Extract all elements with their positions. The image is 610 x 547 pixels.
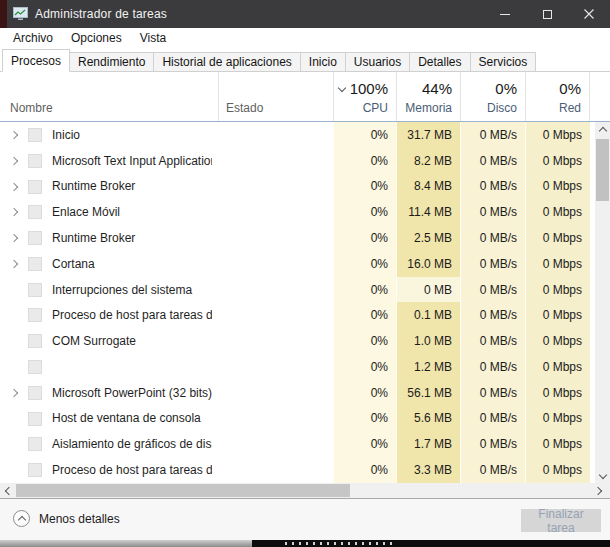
disk-total-usage: 0% xyxy=(495,80,517,97)
process-icon xyxy=(28,128,42,142)
cpu-value: 0% xyxy=(333,431,396,457)
disk-value: 0 MB/s xyxy=(460,354,525,380)
net-value: 0 Mbps xyxy=(525,380,590,406)
chevron-up-circle-icon xyxy=(13,510,30,527)
disk-value: 0 MB/s xyxy=(460,380,525,406)
process-name xyxy=(52,354,212,380)
column-header-estado[interactable]: Estado xyxy=(218,72,333,121)
memory-value: 1.2 MB xyxy=(396,354,460,380)
process-table: Inicio 0% 31.7 MB 0 MB/s 0 Mbps Microsof… xyxy=(0,122,610,483)
task-manager-icon xyxy=(13,7,28,21)
cpu-value: 0% xyxy=(333,380,396,406)
process-name: Proceso de host para tareas de ... xyxy=(52,457,212,483)
disk-value: 0 MB/s xyxy=(460,406,525,432)
process-name: Runtime Broker xyxy=(52,225,212,251)
minimize-icon xyxy=(500,14,510,15)
column-header-red[interactable]: 0% Red xyxy=(525,72,590,121)
tab[interactable]: Usuarios xyxy=(345,52,410,71)
footer-bar: Menos detalles Finalizar tarea xyxy=(0,498,610,540)
cpu-value: 0% xyxy=(333,251,396,277)
cpu-value: 0% xyxy=(333,174,396,200)
table-row[interactable]: Aislamiento de gráficos de disp... 0% 1.… xyxy=(0,431,610,457)
process-name: Microsoft Text Input Application xyxy=(52,148,212,174)
background-taskbar-strip xyxy=(0,540,610,547)
process-name: COM Surrogate xyxy=(52,328,212,354)
vertical-scrollbar[interactable] xyxy=(595,122,610,483)
horizontal-scrollbar[interactable] xyxy=(0,483,610,498)
tab[interactable]: Historial de aplicaciones xyxy=(153,52,300,71)
maximize-button[interactable] xyxy=(526,0,568,28)
end-task-button[interactable]: Finalizar tarea xyxy=(521,509,601,532)
cpu-value: 0% xyxy=(333,302,396,328)
table-row[interactable]: Runtime Broker 0% 2.5 MB 0 MB/s 0 Mbps xyxy=(0,225,610,251)
disk-value: 0 MB/s xyxy=(460,251,525,277)
column-header-cpu[interactable]: 100% CPU xyxy=(333,72,396,121)
table-row[interactable]: Inicio 0% 31.7 MB 0 MB/s 0 Mbps xyxy=(0,122,610,148)
table-row[interactable]: Enlace Móvil 0% 11.4 MB 0 MB/s 0 Mbps xyxy=(0,199,610,225)
menu-item[interactable]: Opciones xyxy=(62,28,131,48)
cpu-total-usage: 100% xyxy=(350,80,388,97)
memory-value: 1.0 MB xyxy=(396,328,460,354)
table-row[interactable]: Cortana 0% 16.0 MB 0 MB/s 0 Mbps xyxy=(0,251,610,277)
titlebar[interactable]: Administrador de tareas xyxy=(7,0,610,28)
expand-chevron-icon[interactable] xyxy=(10,157,18,165)
expand-chevron-icon[interactable] xyxy=(10,208,18,216)
net-value: 0 Mbps xyxy=(525,354,590,380)
process-icon xyxy=(28,180,42,194)
cpu-value: 0% xyxy=(333,328,396,354)
cpu-value: 0% xyxy=(333,122,396,148)
scroll-down-button[interactable] xyxy=(595,467,610,482)
table-row[interactable]: Interrupciones del sistema 0% 0 MB 0 MB/… xyxy=(0,277,610,303)
disk-value: 0 MB/s xyxy=(460,122,525,148)
less-details-toggle[interactable]: Menos detalles xyxy=(13,510,120,527)
process-name: Enlace Móvil xyxy=(52,199,212,225)
tab[interactable]: Procesos xyxy=(2,49,70,72)
scroll-left-button[interactable] xyxy=(1,483,16,498)
table-row[interactable]: Proceso de host para tareas de ... 0% 0.… xyxy=(0,302,610,328)
expand-chevron-icon[interactable] xyxy=(10,234,18,242)
expand-chevron-icon[interactable] xyxy=(10,131,18,139)
net-value: 0 Mbps xyxy=(525,457,590,483)
scroll-up-button[interactable] xyxy=(595,123,610,138)
scroll-right-button[interactable] xyxy=(590,483,605,498)
table-row[interactable]: Runtime Broker 0% 8.4 MB 0 MB/s 0 Mbps xyxy=(0,174,610,200)
minimize-button[interactable] xyxy=(484,0,526,28)
tab[interactable]: Inicio xyxy=(300,52,346,71)
memory-value: 0 MB xyxy=(396,277,460,303)
process-icon xyxy=(28,205,42,219)
table-row[interactable]: Proceso de host para tareas de ... 0% 3.… xyxy=(0,457,610,483)
menu-item[interactable]: Vista xyxy=(131,28,175,48)
column-header-memoria[interactable]: 44% Memoria xyxy=(396,72,460,121)
table-row[interactable]: COM Surrogate 0% 1.0 MB 0 MB/s 0 Mbps xyxy=(0,328,610,354)
horizontal-scrollbar-thumb[interactable] xyxy=(16,484,350,497)
net-value: 0 Mbps xyxy=(525,251,590,277)
menubar: ArchivoOpcionesVista xyxy=(0,28,610,48)
disk-value: 0 MB/s xyxy=(460,302,525,328)
table-row[interactable]: Microsoft PowerPoint (32 bits) 0% 56.1 M… xyxy=(0,380,610,406)
process-name: Microsoft PowerPoint (32 bits) xyxy=(52,380,212,406)
column-header-nombre[interactable]: Nombre xyxy=(0,72,218,121)
column-header-disco[interactable]: 0% Disco xyxy=(460,72,525,121)
expand-chevron-icon[interactable] xyxy=(10,389,18,397)
memory-total-usage: 44% xyxy=(422,80,452,97)
process-icon xyxy=(28,360,42,374)
window-title: Administrador de tareas xyxy=(35,7,167,21)
tab[interactable]: Detalles xyxy=(409,52,470,71)
net-value: 0 Mbps xyxy=(525,431,590,457)
table-row[interactable]: Host de ventana de consola 0% 5.6 MB 0 M… xyxy=(0,406,610,432)
vertical-scrollbar-thumb[interactable] xyxy=(596,139,609,201)
expand-chevron-icon[interactable] xyxy=(10,182,18,190)
process-name: Cortana xyxy=(52,251,212,277)
disk-value: 0 MB/s xyxy=(460,225,525,251)
table-row[interactable]: Microsoft Text Input Application 0% 8.2 … xyxy=(0,148,610,174)
table-row[interactable]: 0% 1.2 MB 0 MB/s 0 Mbps xyxy=(0,354,610,380)
close-button[interactable] xyxy=(568,0,610,28)
tab[interactable]: Rendimiento xyxy=(69,52,154,71)
menu-item[interactable]: Archivo xyxy=(4,28,62,48)
net-value: 0 Mbps xyxy=(525,277,590,303)
expand-chevron-icon[interactable] xyxy=(10,260,18,268)
net-value: 0 Mbps xyxy=(525,302,590,328)
task-manager-window: Administrador de tareas ArchivoOpcionesV… xyxy=(0,0,610,547)
process-icon xyxy=(28,283,42,297)
tab[interactable]: Servicios xyxy=(470,52,537,71)
